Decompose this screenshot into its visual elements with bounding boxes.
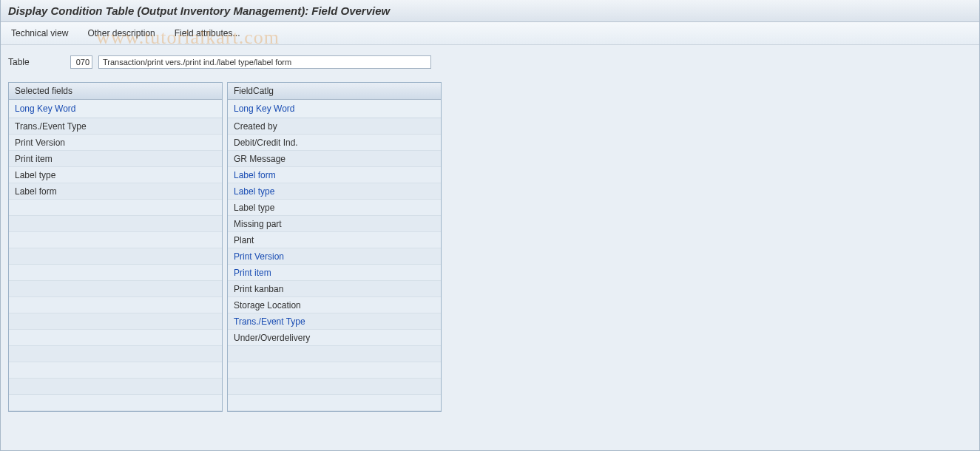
list-item[interactable]: Trans./Event Type — [228, 313, 441, 330]
field-catalog-header: FieldCatlg — [228, 83, 441, 100]
toolbar: Technical view Other description Field a… — [1, 22, 979, 45]
table-row: Table — [8, 55, 972, 69]
table-code-input[interactable] — [70, 55, 92, 69]
list-item-empty[interactable] — [9, 232, 222, 248]
list-item[interactable]: Print Version — [228, 248, 441, 265]
list-item[interactable]: Under/Overdelivery — [228, 330, 441, 346]
list-item[interactable]: Print kanban — [228, 281, 441, 297]
list-item[interactable]: Label type — [9, 167, 222, 183]
list-item-empty[interactable] — [9, 313, 222, 330]
list-item[interactable]: Storage Location — [228, 297, 441, 313]
list-item[interactable]: Label form — [9, 183, 222, 200]
column-header[interactable]: Long Key Word — [228, 100, 441, 118]
list-item-empty[interactable] — [228, 395, 441, 411]
list-item[interactable]: Created by — [228, 118, 441, 135]
list-item[interactable]: Label type — [228, 200, 441, 216]
list-item-empty[interactable] — [9, 248, 222, 265]
field-attributes-button[interactable]: Field attributes... — [172, 27, 243, 40]
list-item[interactable]: Print item — [9, 151, 222, 167]
selected-fields-panel: Selected fields Long Key WordTrans./Even… — [8, 82, 223, 412]
list-item-empty[interactable] — [9, 281, 222, 297]
table-label: Table — [8, 57, 53, 67]
page-title: Display Condition Table (Output Inventor… — [1, 0, 979, 22]
list-item-empty[interactable] — [9, 346, 222, 362]
list-item-empty[interactable] — [228, 346, 441, 362]
list-item-empty[interactable] — [9, 200, 222, 216]
list-item[interactable]: Print Version — [9, 135, 222, 151]
list-item[interactable]: Debit/Credit Ind. — [228, 135, 441, 151]
list-item[interactable]: Print item — [228, 265, 441, 281]
list-item-empty[interactable] — [228, 379, 441, 395]
column-header[interactable]: Long Key Word — [9, 100, 222, 118]
list-item-empty[interactable] — [9, 330, 222, 346]
list-item-empty[interactable] — [9, 297, 222, 313]
list-item-empty[interactable] — [9, 216, 222, 232]
technical-view-button[interactable]: Technical view — [8, 27, 71, 40]
list-item[interactable]: Plant — [228, 232, 441, 248]
list-item-empty[interactable] — [9, 362, 222, 379]
field-catalog-panel: FieldCatlg Long Key WordCreated byDebit/… — [227, 82, 442, 412]
list-item[interactable]: GR Message — [228, 151, 441, 167]
selected-fields-header: Selected fields — [9, 83, 222, 100]
other-description-button[interactable]: Other description — [84, 27, 158, 40]
table-description-input[interactable] — [98, 55, 431, 69]
list-item-empty[interactable] — [228, 362, 441, 379]
list-item-empty[interactable] — [9, 379, 222, 395]
list-item[interactable]: Label form — [228, 167, 441, 183]
list-item-empty[interactable] — [9, 265, 222, 281]
list-item[interactable]: Label type — [228, 183, 441, 200]
list-item-empty[interactable] — [9, 395, 222, 411]
list-item[interactable]: Trans./Event Type — [9, 118, 222, 135]
list-item[interactable]: Missing part — [228, 216, 441, 232]
